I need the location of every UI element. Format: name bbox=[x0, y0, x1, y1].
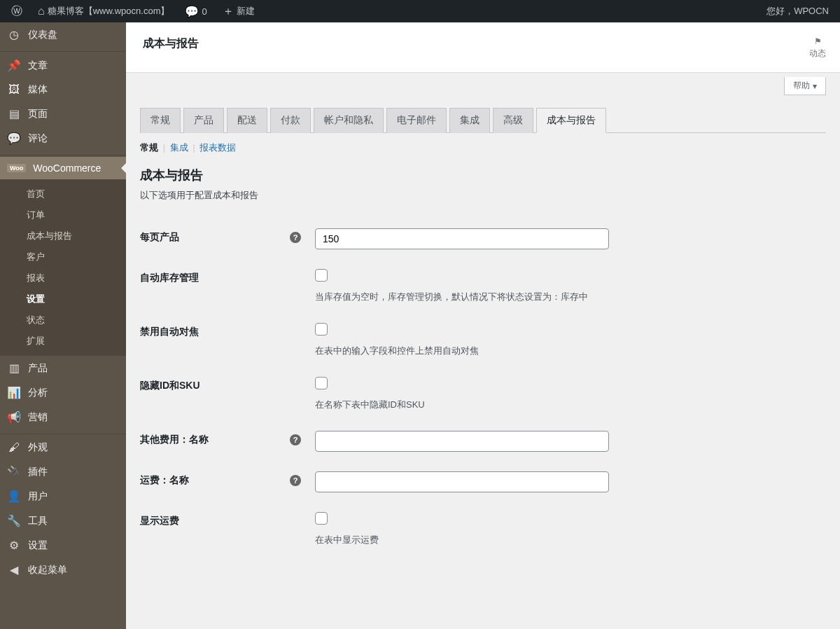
field-desc: 在名称下表中隐藏ID和SKU bbox=[315, 399, 819, 411]
tab-general[interactable]: 常规 bbox=[140, 108, 181, 133]
sidebar-item-label: 插件 bbox=[28, 466, 48, 478]
field-desc: 当库存值为空时，库存管理切换，默认情况下将状态设置为：库存中 bbox=[315, 291, 819, 303]
other-cost-name-input[interactable] bbox=[315, 431, 609, 452]
sidebar-item-label: 页面 bbox=[28, 108, 48, 120]
sidebar-item-dashboard[interactable]: ◷仪表盘 bbox=[0, 22, 126, 47]
sidebar-item-pages[interactable]: ▤页面 bbox=[0, 102, 126, 126]
sidebar-item-label: 评论 bbox=[28, 132, 48, 145]
sidebar-item-posts[interactable]: 📌文章 bbox=[0, 53, 126, 78]
hide-id-sku-checkbox[interactable] bbox=[315, 377, 328, 389]
wp-logo[interactable]: ⓦ bbox=[6, 0, 28, 22]
sidebar-item-tools[interactable]: 🔧工具 bbox=[0, 509, 126, 533]
new-content[interactable]: ＋新建 bbox=[217, 0, 260, 22]
subtab-report-data[interactable]: 报表数据 bbox=[200, 142, 236, 153]
sidebar-item-label: 设置 bbox=[28, 539, 48, 552]
submenu-status[interactable]: 状态 bbox=[0, 310, 126, 331]
tab-cost-reports[interactable]: 成本与报告 bbox=[536, 108, 606, 133]
tab-payments[interactable]: 付款 bbox=[270, 108, 311, 133]
submenu-settings[interactable]: 设置 bbox=[0, 289, 126, 310]
sidebar-item-appearance[interactable]: 🖌外观 bbox=[0, 436, 126, 459]
sidebar-item-settings[interactable]: ⚙设置 bbox=[0, 533, 126, 558]
sidebar-item-label: 外观 bbox=[28, 441, 48, 454]
field-label-other-cost: 其他费用：名称 bbox=[140, 434, 209, 446]
settings-form: 每页产品? 自动库存管理 当库存值为空时，库存管理切换，默认情况下将状态设置为：… bbox=[140, 219, 826, 556]
submenu-customers[interactable]: 客户 bbox=[0, 247, 126, 268]
plug-icon: 🔌 bbox=[7, 465, 21, 478]
disable-autofocus-checkbox[interactable] bbox=[315, 323, 328, 336]
site-name[interactable]: ⌂糖果博客【www.wpocn.com】 bbox=[32, 0, 175, 22]
page-icon: ▤ bbox=[7, 107, 21, 120]
sidebar-item-label: 仪表盘 bbox=[28, 29, 57, 41]
field-desc: 在表中显示运费 bbox=[315, 534, 819, 546]
submenu-cost-reports[interactable]: 成本与报告 bbox=[0, 226, 126, 247]
page-header: 成本与报告 ⚑ 动态 bbox=[126, 22, 840, 73]
greeting-text: 您好，WPOCN bbox=[766, 5, 829, 18]
sidebar-item-label: WooCommerce bbox=[33, 163, 101, 174]
tab-integration[interactable]: 集成 bbox=[449, 108, 490, 133]
section-title: 成本与报告 bbox=[140, 167, 826, 184]
subtab-general[interactable]: 常规 bbox=[140, 142, 158, 153]
shipping-name-input[interactable] bbox=[315, 471, 609, 492]
sidebar-item-media[interactable]: 🖼媒体 bbox=[0, 78, 126, 102]
auto-stock-checkbox[interactable] bbox=[315, 269, 328, 282]
comments-count: 0 bbox=[202, 6, 206, 17]
field-desc: 在表中的输入字段和控件上禁用自动对焦 bbox=[315, 345, 819, 357]
woo-icon: Woo bbox=[7, 164, 26, 172]
help-tab[interactable]: 帮助▾ bbox=[784, 77, 826, 95]
sidebar-item-analytics[interactable]: 📊分析 bbox=[0, 380, 126, 405]
media-icon: 🖼 bbox=[7, 83, 21, 96]
wrench-icon: 🔧 bbox=[7, 514, 21, 527]
megaphone-icon: 📢 bbox=[7, 410, 21, 424]
sidebar-item-users[interactable]: 👤用户 bbox=[0, 484, 126, 509]
page-title: 成本与报告 bbox=[143, 36, 199, 51]
admin-bar: ⓦ ⌂糖果博客【www.wpocn.com】 💬0 ＋新建 您好，WPOCN bbox=[0, 0, 840, 22]
sidebar-item-label: 分析 bbox=[28, 387, 48, 399]
my-account[interactable]: 您好，WPOCN bbox=[761, 0, 834, 22]
per-page-input[interactable] bbox=[315, 228, 609, 249]
user-icon: 👤 bbox=[7, 490, 21, 503]
products-icon: ▥ bbox=[7, 361, 21, 375]
help-icon[interactable]: ? bbox=[290, 434, 301, 445]
sub-sections: 常规 | 集成 | 报表数据 bbox=[140, 141, 826, 154]
field-label-show-shipping: 显示运费 bbox=[140, 515, 179, 526]
analytics-icon: 📊 bbox=[7, 386, 21, 399]
brush-icon: 🖌 bbox=[7, 441, 21, 454]
new-label: 新建 bbox=[237, 5, 255, 18]
sidebar-collapse[interactable]: ◀收起菜单 bbox=[0, 558, 126, 582]
field-label-hide-id-sku: 隐藏ID和SKU bbox=[140, 380, 200, 391]
tab-advanced[interactable]: 高级 bbox=[493, 108, 533, 133]
site-title-text: 糖果博客【www.wpocn.com】 bbox=[48, 5, 170, 18]
dashboard-icon: ◷ bbox=[7, 28, 21, 41]
tab-shipping[interactable]: 配送 bbox=[227, 108, 267, 133]
sidebar-item-marketing[interactable]: 📢营销 bbox=[0, 405, 126, 429]
sidebar-item-label: 收起菜单 bbox=[28, 564, 67, 576]
sidebar-item-woocommerce[interactable]: WooWooCommerce bbox=[0, 157, 126, 179]
sidebar-item-label: 工具 bbox=[28, 515, 48, 527]
help-icon[interactable]: ? bbox=[290, 232, 301, 243]
submenu-home[interactable]: 首页 bbox=[0, 184, 126, 205]
comments-link[interactable]: 💬0 bbox=[179, 0, 212, 22]
sidebar-item-plugins[interactable]: 🔌插件 bbox=[0, 459, 126, 484]
sidebar-item-label: 媒体 bbox=[28, 83, 48, 96]
show-shipping-checkbox[interactable] bbox=[315, 512, 328, 525]
tab-products[interactable]: 产品 bbox=[183, 108, 224, 133]
collapse-icon: ◀ bbox=[7, 563, 21, 576]
sidebar-item-products[interactable]: ▥产品 bbox=[0, 356, 126, 380]
tab-emails[interactable]: 电子邮件 bbox=[386, 108, 447, 133]
activity-panel[interactable]: ⚑ 动态 bbox=[809, 36, 826, 60]
field-label-shipping-name: 运费：名称 bbox=[140, 474, 189, 487]
submenu-extensions[interactable]: 扩展 bbox=[0, 331, 126, 352]
tab-accounts[interactable]: 帐户和隐私 bbox=[314, 108, 384, 133]
sidebar-item-comments[interactable]: 💬评论 bbox=[0, 126, 126, 151]
submenu-orders[interactable]: 订单 bbox=[0, 205, 126, 226]
pin-icon: 📌 bbox=[7, 59, 21, 72]
subtab-integration[interactable]: 集成 bbox=[170, 142, 188, 153]
chevron-down-icon: ▾ bbox=[813, 81, 817, 91]
admin-sidebar: ◷仪表盘 📌文章 🖼媒体 ▤页面 💬评论 WooWooCommerce 首页 订… bbox=[0, 22, 126, 584]
help-icon[interactable]: ? bbox=[290, 475, 301, 486]
section-desc: 以下选项用于配置成本和报告 bbox=[140, 189, 826, 202]
submenu-reports[interactable]: 报表 bbox=[0, 268, 126, 289]
sidebar-item-label: 文章 bbox=[28, 60, 48, 72]
field-label-auto-stock: 自动库存管理 bbox=[140, 272, 199, 283]
sidebar-item-label: 营销 bbox=[28, 411, 48, 424]
